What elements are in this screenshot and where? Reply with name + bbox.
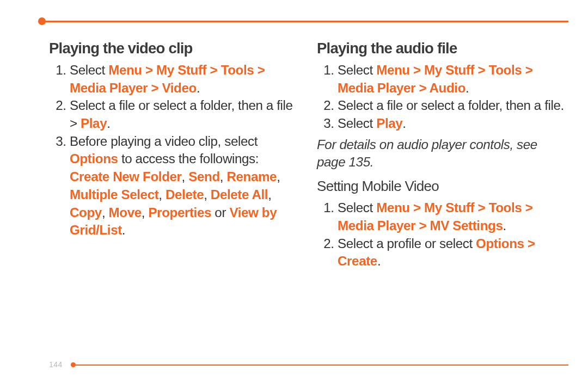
- heading-mobile-video-settings: Setting Mobile Video: [317, 177, 568, 196]
- step-text: .: [503, 218, 506, 233]
- heading-playing-video: Playing the video clip: [49, 38, 301, 58]
- opt: Rename: [226, 169, 277, 184]
- step-text: Select: [338, 63, 376, 77]
- opt: Send: [188, 169, 220, 184]
- comma: ,: [220, 169, 227, 184]
- right-column: Playing the audio file Select Menu > My …: [317, 38, 568, 270]
- action-play: Play: [81, 116, 107, 131]
- comma: ,: [204, 187, 211, 202]
- step-text: .: [465, 81, 469, 95]
- comma: ,: [277, 169, 280, 184]
- list-item: Select a file or select a folder, then a…: [338, 97, 568, 115]
- comma: ,: [142, 205, 149, 220]
- opt: Multiple Select: [70, 187, 158, 202]
- footer-line: [74, 365, 568, 366]
- opt: Delete All: [211, 187, 268, 202]
- list-item: Select Menu > My Stuff > Tools > Media P…: [70, 61, 301, 97]
- list-item: Select Play.: [338, 115, 568, 133]
- step-text: to access the followings:: [118, 151, 259, 166]
- list-item: Select Menu > My Stuff > Tools > Media P…: [338, 199, 568, 234]
- two-column-layout: Playing the video clip Select Menu > My …: [30, 38, 568, 270]
- action-options: Options: [70, 151, 118, 166]
- list-item: Before playing a video clip, select Opti…: [70, 133, 301, 239]
- divider-line: [41, 21, 568, 22]
- top-divider: [30, 16, 568, 25]
- action-play: Play: [376, 116, 402, 131]
- list-item: Select a profile or select Options > Cre…: [338, 235, 568, 270]
- step-text: Select: [338, 116, 376, 131]
- step-text: Select: [70, 63, 108, 77]
- step-text: .: [377, 254, 381, 268]
- step-text: .: [107, 116, 110, 131]
- step-text: Before playing a video clip, select: [70, 134, 258, 149]
- step-text: Select a profile or select: [338, 236, 476, 251]
- opt: Move: [109, 205, 142, 220]
- opt: Properties: [148, 205, 211, 220]
- comma: ,: [182, 169, 189, 184]
- list-item: Select Menu > My Stuff > Tools > Media P…: [338, 61, 568, 97]
- step-text: .: [402, 116, 406, 131]
- note-audio-controls: For details on audio player contols, see…: [317, 136, 568, 171]
- footer: 144: [30, 361, 568, 370]
- comma: ,: [268, 187, 271, 202]
- page-number: 144: [49, 360, 63, 369]
- list-item: Select a file or select a folder, then a…: [70, 97, 301, 132]
- audio-steps-list: Select Menu > My Stuff > Tools > Media P…: [317, 61, 568, 133]
- comma: or: [211, 205, 229, 220]
- opt: Copy: [70, 205, 102, 220]
- page-content: Playing the video clip Select Menu > My …: [30, 16, 568, 270]
- left-column: Playing the video clip Select Menu > My …: [49, 38, 301, 270]
- step-text: Select: [338, 200, 376, 215]
- step-text: Select a file or select a folder, then a…: [338, 98, 564, 113]
- comma: ,: [158, 187, 166, 202]
- step-text: .: [122, 223, 125, 237]
- step-text: .: [197, 81, 200, 95]
- heading-playing-audio: Playing the audio file: [317, 38, 568, 58]
- mv-settings-steps-list: Select Menu > My Stuff > Tools > Media P…: [317, 199, 568, 270]
- comma: ,: [102, 205, 109, 220]
- opt: Create New Folder: [70, 169, 182, 184]
- video-steps-list: Select Menu > My Stuff > Tools > Media P…: [49, 61, 301, 239]
- opt: Delete: [166, 187, 204, 202]
